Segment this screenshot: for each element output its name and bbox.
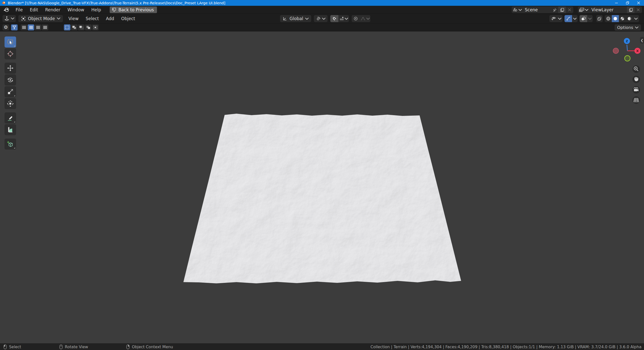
- blender-logo-icon[interactable]: [3, 7, 10, 13]
- view-layer-name[interactable]: ViewLayer: [589, 7, 627, 12]
- rendered-sphere-icon: [627, 16, 632, 21]
- show-overlays-toggle[interactable]: [580, 15, 587, 22]
- remove-view-layer-button[interactable]: [634, 7, 642, 13]
- gizmos-dropdown[interactable]: [572, 15, 578, 22]
- browse-view-layer-dropdown[interactable]: [578, 7, 589, 13]
- move-tool[interactable]: [5, 63, 16, 74]
- menu-view[interactable]: View: [65, 15, 82, 22]
- unlink-scene-button[interactable]: [566, 7, 573, 13]
- tool-settings-button[interactable]: ⚙: [3, 24, 9, 30]
- orthographic-toggle-button[interactable]: [632, 96, 640, 104]
- mode-selector-label: Object Mode: [28, 16, 55, 21]
- menu-file[interactable]: File: [12, 6, 26, 13]
- gizmo-icon: [566, 16, 571, 21]
- shading-dropdown[interactable]: [633, 15, 639, 22]
- new-view-layer-button[interactable]: [627, 7, 634, 13]
- terrain-mesh[interactable]: [0, 31, 644, 343]
- editor-type-selector[interactable]: [3, 15, 16, 22]
- tool-settings-bar: ⚙: [0, 23, 644, 31]
- transform-orientation-dropdown[interactable]: Global: [280, 15, 311, 22]
- chevron-down-icon: [305, 18, 309, 20]
- pivot-point-dropdown[interactable]: [314, 15, 328, 22]
- proportional-editing-control: [352, 15, 370, 22]
- new-scene-button[interactable]: [558, 7, 566, 13]
- axis-y-ball[interactable]: [625, 56, 630, 61]
- transform-tool[interactable]: [5, 98, 16, 109]
- shading-solid-button[interactable]: [612, 15, 619, 22]
- chevron-down-icon: [11, 17, 14, 20]
- mode-selector[interactable]: Object Mode: [18, 15, 63, 22]
- minimize-button[interactable]: [611, 0, 622, 6]
- display-mode-group: [21, 24, 48, 30]
- gear-icon: ⚙: [4, 25, 8, 30]
- chevron-down-icon: [322, 18, 326, 20]
- shading-material-button[interactable]: [619, 15, 626, 22]
- menu-add[interactable]: Add: [102, 15, 118, 22]
- cursor-tool[interactable]: [5, 48, 16, 59]
- proportional-editing-toggle[interactable]: [352, 15, 360, 22]
- shading-mode-control: [605, 15, 639, 22]
- snap-toggle[interactable]: [330, 15, 338, 22]
- annotate-tool[interactable]: [5, 112, 16, 123]
- add-cube-tool[interactable]: [5, 139, 16, 150]
- pin-scene-button[interactable]: [551, 7, 558, 13]
- object-visibility-dropdown[interactable]: [557, 15, 562, 22]
- back-to-previous-button[interactable]: Back to Previous: [110, 7, 157, 13]
- editor-3d-viewport-icon: [4, 16, 10, 21]
- scale-tool[interactable]: [5, 86, 16, 97]
- overlays-dropdown[interactable]: [587, 15, 593, 22]
- menu-edit[interactable]: Edit: [26, 6, 42, 13]
- camera-view-button[interactable]: [632, 86, 640, 94]
- close-icon[interactable]: [633, 0, 644, 6]
- scene-statistics: Collection | Terrain | Verts:4,194,304 |…: [371, 345, 641, 349]
- funnel-icon: [12, 25, 17, 30]
- display-mode-2-button[interactable]: [28, 24, 34, 30]
- select-box-icon: [7, 38, 14, 46]
- viewport-3d[interactable]: Z X: [0, 31, 644, 343]
- pivot-point-icon: [316, 16, 321, 21]
- object-mode-icon: [21, 16, 26, 21]
- menu-window[interactable]: Window: [64, 6, 88, 13]
- select-mode-subtract-button[interactable]: [78, 24, 85, 30]
- display-mode-4-button[interactable]: [42, 24, 48, 30]
- display-mode-1-button[interactable]: [21, 24, 27, 30]
- sidebar-collapse-tab[interactable]: ❮: [640, 37, 644, 43]
- menu-render[interactable]: Render: [42, 6, 64, 13]
- proportional-falloff-dropdown[interactable]: [360, 15, 370, 22]
- display-mode-3-button[interactable]: [35, 24, 41, 30]
- select-box-tool[interactable]: [5, 36, 16, 48]
- shading-wireframe-button[interactable]: [605, 15, 612, 22]
- rotate-tool[interactable]: [5, 74, 16, 85]
- filter-button[interactable]: [11, 24, 18, 30]
- hint-object-context-menu-label: Object Context Menu: [132, 345, 173, 349]
- shading-rendered-button[interactable]: [626, 15, 633, 22]
- zoom-button[interactable]: [632, 65, 640, 73]
- select-mode-invert-button[interactable]: [85, 24, 92, 30]
- select-mode-intersect-button[interactable]: [92, 24, 99, 30]
- gizmos-control: [565, 15, 578, 22]
- select-mode-new-button[interactable]: [64, 24, 70, 30]
- browse-scene-dropdown[interactable]: [512, 7, 523, 13]
- select-mode-group: [64, 24, 99, 30]
- measure-tool[interactable]: [5, 124, 16, 135]
- show-object-types-toggle[interactable]: [549, 15, 557, 22]
- blender-window: Blender* [\\True-NAS\Google_Drive_True-V…: [0, 0, 644, 350]
- scene-name[interactable]: Scene: [523, 7, 551, 12]
- toolbar: [5, 36, 16, 150]
- pan-button[interactable]: [632, 76, 640, 83]
- xray-toggle[interactable]: [596, 15, 603, 22]
- mouse-right-icon: [126, 344, 130, 349]
- axis-x-negative-ball[interactable]: [613, 48, 619, 54]
- menu-help[interactable]: Help: [88, 6, 105, 13]
- navigation-gizmo-area: Z X: [604, 35, 644, 108]
- menu-object[interactable]: Object: [118, 15, 139, 22]
- select-mode-extend-button[interactable]: [71, 24, 77, 30]
- axis-z-label: Z: [626, 39, 628, 43]
- show-gizmo-toggle[interactable]: [565, 15, 572, 22]
- chevron-down-icon: [634, 18, 638, 20]
- options-dropdown[interactable]: Options: [615, 24, 641, 31]
- restore-button[interactable]: [622, 0, 633, 6]
- snap-with-dropdown[interactable]: [338, 15, 349, 22]
- menu-select[interactable]: Select: [82, 15, 102, 22]
- axis-gizmo[interactable]: Z X: [613, 38, 640, 61]
